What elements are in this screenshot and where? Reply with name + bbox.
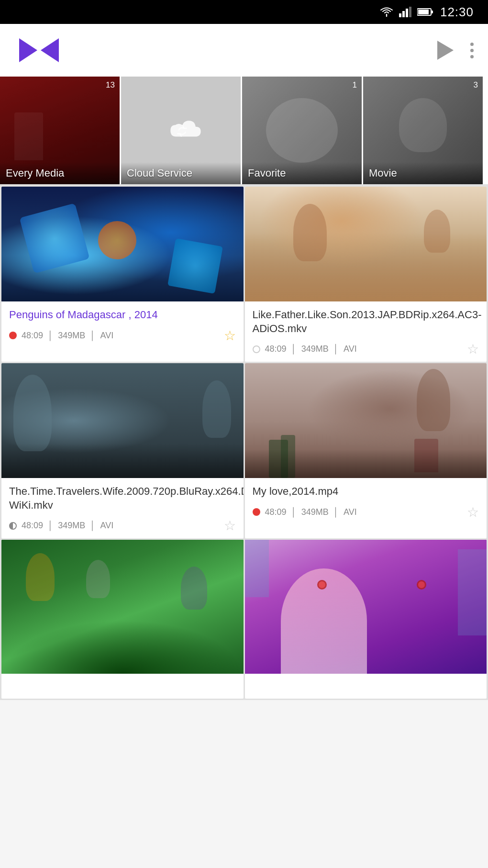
- svg-rect-5: [431, 11, 433, 13]
- father-son-meta: 48:09 │ 349MB │ AVI ☆: [253, 341, 479, 357]
- anime-info: [245, 674, 487, 699]
- svg-marker-7: [19, 38, 37, 62]
- penguins-info: Penguins of Madagascar , 2014 48:09 │ 34…: [1, 301, 244, 348]
- time-travelers-size: 349MB: [58, 521, 85, 531]
- father-son-duration: 48:09: [265, 344, 287, 354]
- penguins-status-dot: [9, 332, 17, 339]
- every-media-count: 13: [106, 80, 115, 90]
- thumbnail-anime: [245, 540, 487, 674]
- thumbnail-time-travelers: [1, 363, 244, 478]
- penguins-format: AVI: [100, 331, 114, 341]
- play-button[interactable]: [435, 40, 456, 61]
- svg-rect-3: [409, 7, 411, 17]
- time-travelers-info: The.Time.Travelers.Wife.2009.720p.BluRay…: [1, 478, 244, 538]
- status-bar: 12:30: [0, 0, 488, 24]
- media-card-time-travelers[interactable]: The.Time.Travelers.Wife.2009.720p.BluRay…: [1, 363, 244, 538]
- kmplayer-logo: [14, 33, 62, 67]
- meta-sep-2: │: [90, 331, 95, 341]
- meta-sep-3: │: [291, 344, 297, 354]
- meta-sep-4: │: [333, 344, 339, 354]
- cloud-icon: [157, 114, 205, 147]
- penguins-duration: 48:09: [22, 331, 43, 341]
- app-bar-actions: [435, 40, 474, 61]
- father-son-favorite-star[interactable]: ☆: [467, 341, 479, 357]
- time-travelers-meta: 48:09 │ 349MB │ AVI ☆: [9, 518, 236, 534]
- meta-sep-6: │: [90, 521, 95, 531]
- svg-marker-8: [41, 38, 59, 62]
- meta-sep-1: │: [48, 331, 53, 341]
- category-row: 13 Every Media Cloud Service 1: [0, 77, 488, 184]
- my-love-meta: 48:09 │ 349MB │ AVI ☆: [253, 504, 479, 520]
- movie-overlay: Movie: [363, 162, 483, 184]
- movie-count: 3: [474, 80, 478, 90]
- fantasy-info: [1, 674, 244, 699]
- my-love-info: My love,2014.mp4 48:09 │ 349MB │ AVI ☆: [245, 478, 487, 525]
- my-love-title: My love,2014.mp4: [253, 485, 479, 499]
- my-love-favorite-star[interactable]: ☆: [467, 504, 479, 520]
- media-card-penguins[interactable]: Penguins of Madagascar , 2014 48:09 │ 34…: [1, 187, 244, 362]
- time-travelers-duration: 48:09: [22, 521, 43, 531]
- father-son-title: Like.Father.Like.Son.2013.JAP.BDRip.x264…: [253, 308, 479, 335]
- wifi-icon: [380, 7, 393, 17]
- father-son-size: 349MB: [301, 344, 329, 354]
- thumbnail-fantasy: [1, 540, 244, 674]
- cloud-service-label: Cloud Service: [127, 167, 192, 179]
- media-card-anime[interactable]: [245, 540, 487, 699]
- category-favorite[interactable]: 1 Favorite: [242, 77, 362, 184]
- fantasy-title: [9, 679, 236, 688]
- play-triangle-icon: [437, 41, 454, 60]
- my-love-format: AVI: [344, 507, 357, 517]
- time-travelers-favorite-star[interactable]: ☆: [224, 518, 236, 534]
- movie-label: Movie: [369, 167, 397, 179]
- media-card-my-love[interactable]: My love,2014.mp4 48:09 │ 349MB │ AVI ☆: [245, 363, 487, 538]
- father-son-status-dot: [253, 345, 260, 353]
- more-dot-2: [470, 49, 474, 52]
- penguins-title: Penguins of Madagascar , 2014: [9, 308, 236, 322]
- time-travelers-meta-left: 48:09 │ 349MB │ AVI: [9, 521, 113, 531]
- svg-rect-2: [406, 9, 408, 17]
- favorite-overlay: Favorite: [242, 162, 362, 184]
- more-dot-3: [470, 55, 474, 58]
- media-card-fantasy[interactable]: [1, 540, 244, 699]
- every-media-label: Every Media: [6, 167, 64, 179]
- thumbnail-father-son: [245, 187, 487, 301]
- category-every-media[interactable]: 13 Every Media: [0, 77, 120, 184]
- more-options-button[interactable]: [470, 43, 474, 58]
- cloud-service-overlay: Cloud Service: [121, 162, 241, 184]
- father-son-format: AVI: [344, 344, 357, 354]
- penguins-favorite-star[interactable]: ☆: [224, 328, 236, 344]
- time-travelers-title: The.Time.Travelers.Wife.2009.720p.BluRay…: [9, 485, 236, 512]
- meta-sep-8: │: [333, 507, 339, 517]
- media-card-father-son[interactable]: Like.Father.Like.Son.2013.JAP.BDRip.x264…: [245, 187, 487, 362]
- father-son-info: Like.Father.Like.Son.2013.JAP.BDRip.x264…: [245, 301, 487, 362]
- favorite-label: Favorite: [248, 167, 286, 179]
- time-travelers-format: AVI: [100, 521, 114, 531]
- my-love-meta-left: 48:09 │ 349MB │ AVI: [253, 507, 357, 517]
- svg-rect-6: [418, 10, 429, 14]
- time-travelers-status-dot: [9, 522, 17, 530]
- penguins-meta-left: 48:09 │ 349MB │ AVI: [9, 331, 113, 341]
- thumbnail-my-love: [245, 363, 487, 478]
- favorite-count: 1: [353, 80, 357, 90]
- my-love-size: 349MB: [301, 507, 329, 517]
- app-logo: [14, 33, 62, 67]
- svg-rect-1: [402, 11, 405, 17]
- category-movie[interactable]: 3 Movie: [363, 77, 483, 184]
- more-dot-1: [470, 43, 474, 46]
- meta-sep-5: │: [48, 521, 53, 531]
- status-icons: [380, 7, 433, 17]
- svg-rect-0: [399, 13, 401, 17]
- penguins-size: 349MB: [58, 331, 85, 341]
- meta-sep-7: │: [291, 507, 297, 517]
- father-son-meta-left: 48:09 │ 349MB │ AVI: [253, 344, 357, 354]
- signal-icon: [399, 7, 411, 17]
- every-media-overlay: Every Media: [0, 162, 120, 184]
- category-cloud-service[interactable]: Cloud Service: [121, 77, 241, 184]
- app-bar: [0, 24, 488, 77]
- media-grid: Penguins of Madagascar , 2014 48:09 │ 34…: [0, 185, 488, 700]
- status-time: 12:30: [440, 5, 474, 20]
- my-love-status-dot: [253, 508, 260, 516]
- thumbnail-penguins: [1, 187, 244, 301]
- penguins-meta: 48:09 │ 349MB │ AVI ☆: [9, 328, 236, 344]
- anime-title: [253, 679, 479, 688]
